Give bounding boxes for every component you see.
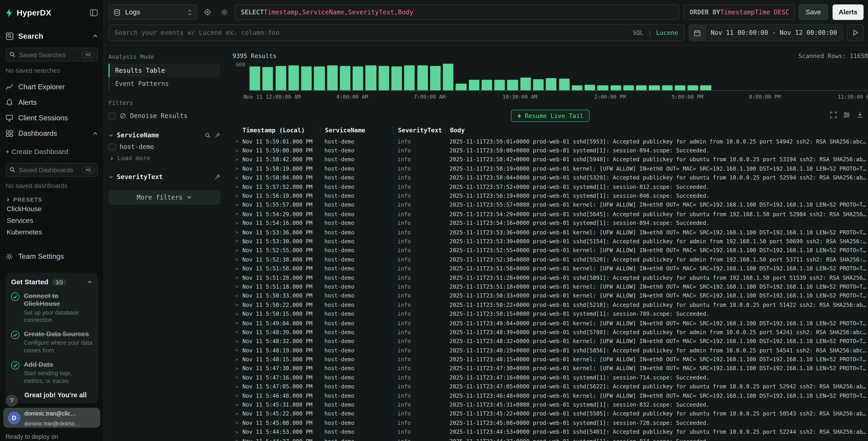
- get-started-item[interactable]: Add DataStart sending logs, metrics, or …: [11, 361, 92, 385]
- table-row[interactable]: >Nov 11 5:58:42.000 PMhost-demoinfo2025-…: [232, 155, 868, 164]
- col-header-body[interactable]: Body: [445, 127, 868, 134]
- checkbox[interactable]: [108, 143, 116, 151]
- table-row[interactable]: >Nov 11 5:45:31.000 PMhost-demoinfo2025-…: [232, 400, 868, 409]
- col-header-timestamp[interactable]: Timestamp (Local): [243, 127, 320, 134]
- create-dashboard-button[interactable]: + Create Dashboard: [5, 145, 98, 158]
- row-expand-icon[interactable]: >: [232, 238, 243, 244]
- denoise-results-checkbox[interactable]: Denoise Results: [108, 110, 220, 122]
- table-row[interactable]: >Nov 11 5:50:15.000 PMhost-demoinfo2025-…: [232, 309, 868, 319]
- row-expand-icon[interactable]: >: [232, 266, 243, 271]
- search-icon[interactable]: [205, 132, 211, 138]
- sidebar-item-preset[interactable]: Kubernetes: [5, 227, 98, 238]
- row-expand-icon[interactable]: >: [232, 166, 243, 171]
- saved-dashboards-input[interactable]: Saved Dashboards ⌘K: [5, 163, 98, 177]
- row-expand-icon[interactable]: >: [232, 211, 243, 217]
- table-row[interactable]: >Nov 11 5:52:55.000 PMhost-demoinfo2025-…: [232, 246, 868, 255]
- row-expand-icon[interactable]: >: [232, 275, 243, 280]
- row-expand-icon[interactable]: >: [232, 365, 243, 371]
- source-select[interactable]: Logs: [108, 4, 197, 20]
- row-expand-icon[interactable]: >: [232, 139, 243, 144]
- saved-searches-input[interactable]: Saved Searches ⌘K: [5, 48, 98, 61]
- row-expand-icon[interactable]: >: [232, 402, 243, 408]
- row-expand-icon[interactable]: >: [232, 284, 243, 289]
- resume-live-tail-button[interactable]: Resume Live Tail: [511, 110, 590, 122]
- column-settings-icon[interactable]: [843, 111, 850, 119]
- run-query-button[interactable]: [847, 24, 864, 41]
- row-expand-icon[interactable]: >: [232, 384, 243, 389]
- row-expand-icon[interactable]: >: [232, 339, 243, 344]
- row-expand-icon[interactable]: >: [232, 411, 243, 416]
- presets-header[interactable]: PRESETS: [5, 197, 98, 203]
- date-range-picker[interactable]: Nov 11 00:00:00 - Nov 12 00:00:00: [689, 24, 842, 41]
- row-expand-icon[interactable]: >: [232, 302, 243, 307]
- analysis-mode-event-patterns[interactable]: Event Patterns: [108, 77, 220, 90]
- table-row[interactable]: >Nov 11 5:48:15.000 PMhost-demoinfo2025-…: [232, 355, 868, 364]
- table-row[interactable]: >Nov 11 5:48:39.000 PMhost-demoinfo2025-…: [232, 328, 868, 337]
- get-started-item[interactable]: Create Data SourcesConfigure where your …: [11, 330, 92, 354]
- load-more-button[interactable]: Load more: [108, 153, 220, 163]
- table-row[interactable]: >Nov 11 5:50:22.000 PMhost-demoinfo2025-…: [232, 300, 868, 309]
- more-filters-button[interactable]: More filters: [108, 190, 220, 204]
- table-row[interactable]: >Nov 11 5:51:58.000 PMhost-demoinfo2025-…: [232, 264, 868, 273]
- table-row[interactable]: >Nov 11 5:45:08.000 PMhost-demoinfo2025-…: [232, 418, 868, 428]
- table-row[interactable]: >Nov 11 5:44:53.000 PMhost-demoinfo2025-…: [232, 427, 868, 436]
- expand-table-icon[interactable]: [830, 111, 837, 119]
- order-by-input[interactable]: ORDER BY TimestampTime DESC: [684, 4, 794, 20]
- table-row[interactable]: >Nov 11 5:58:19.000 PMhost-demoinfo2025-…: [232, 164, 868, 173]
- table-row[interactable]: >Nov 11 5:47:05.000 PMhost-demoinfo2025-…: [232, 382, 868, 391]
- table-row[interactable]: >Nov 11 5:45:22.000 PMhost-demoinfo2025-…: [232, 409, 868, 418]
- sidebar-item-preset[interactable]: Services: [5, 215, 98, 226]
- chevron-up-icon[interactable]: [92, 130, 98, 136]
- table-row[interactable]: >Nov 11 5:50:33.000 PMhost-demoinfo2025-…: [232, 291, 868, 300]
- download-icon[interactable]: [857, 111, 864, 119]
- table-row[interactable]: >Nov 11 5:55:57.000 PMhost-demoinfo2025-…: [232, 201, 868, 210]
- chevron-up-icon[interactable]: [92, 33, 98, 39]
- table-row[interactable]: >Nov 11 5:54:29.000 PMhost-demoinfo2025-…: [232, 210, 868, 219]
- row-expand-icon[interactable]: >: [232, 247, 243, 253]
- table-row[interactable]: >Nov 11 5:58:04.000 PMhost-demoinfo2025-…: [232, 173, 868, 182]
- table-row[interactable]: >Nov 11 5:53:36.000 PMhost-demoinfo2025-…: [232, 228, 868, 237]
- table-row[interactable]: >Nov 11 5:48:32.000 PMhost-demoinfo2025-…: [232, 337, 868, 346]
- table-row[interactable]: >Nov 11 5:53:30.000 PMhost-demoinfo2025-…: [232, 237, 868, 246]
- row-expand-icon[interactable]: >: [232, 320, 243, 326]
- table-row[interactable]: >Nov 11 5:46:48.000 PMhost-demoinfo2025-…: [232, 391, 868, 400]
- table-row[interactable]: >Nov 11 5:59:01.000 PMhost-demoinfo2025-…: [232, 137, 868, 146]
- sidebar-item-client-sessions[interactable]: Client Sessions: [5, 110, 98, 125]
- alerts-button[interactable]: Alerts: [833, 4, 863, 20]
- nav-search[interactable]: Search: [5, 29, 98, 43]
- chevron-up-icon[interactable]: [87, 279, 92, 285]
- row-expand-icon[interactable]: >: [232, 202, 243, 208]
- collapse-sidebar-icon[interactable]: [90, 9, 98, 17]
- row-expand-icon[interactable]: >: [232, 175, 243, 180]
- filter-group-severitytext[interactable]: SeverityText: [108, 171, 220, 182]
- sql-select-input[interactable]: SELECT Timestamp,ServiceName,SeverityTex…: [235, 4, 679, 20]
- table-row[interactable]: >Nov 11 5:47:30.000 PMhost-demoinfo2025-…: [232, 364, 868, 373]
- table-row[interactable]: >Nov 11 5:49:04.000 PMhost-demoinfo2025-…: [232, 319, 868, 328]
- row-expand-icon[interactable]: >: [232, 375, 243, 380]
- pin-icon[interactable]: [214, 174, 220, 180]
- row-expand-icon[interactable]: >: [232, 293, 243, 298]
- checkbox[interactable]: [108, 112, 116, 120]
- row-expand-icon[interactable]: >: [232, 193, 243, 199]
- row-expand-icon[interactable]: >: [232, 393, 243, 399]
- filter-group-servicename[interactable]: ServiceName: [108, 129, 220, 141]
- table-row[interactable]: >Nov 11 5:54:16.000 PMhost-demoinfo2025-…: [232, 219, 868, 228]
- table-row[interactable]: >Nov 11 5:57:52.000 PMhost-demoinfo2025-…: [232, 182, 868, 192]
- analysis-mode-results-table[interactable]: Results Table: [108, 64, 220, 77]
- row-expand-icon[interactable]: >: [232, 420, 243, 425]
- event-search-input[interactable]: Search your events w/ Lucene ex. column:…: [108, 24, 684, 41]
- sidebar-item-dashboards[interactable]: Dashboards: [5, 126, 98, 141]
- events-histogram[interactable]: 600: [232, 63, 868, 91]
- table-row[interactable]: >Nov 11 5:59:00.000 PMhost-demoinfo2025-…: [232, 146, 868, 155]
- table-row[interactable]: >Nov 11 5:52:38.000 PMhost-demoinfo2025-…: [232, 255, 868, 264]
- lang-toggle-sql[interactable]: SQL: [632, 29, 644, 36]
- table-row[interactable]: >Nov 11 5:48:19.000 PMhost-demoinfo2025-…: [232, 346, 868, 355]
- col-header-severitytext[interactable]: SeverityText: [393, 127, 445, 134]
- sidebar-item-chart-explorer[interactable]: Chart Explorer: [5, 79, 98, 94]
- query-settings-gear-button[interactable]: [218, 5, 230, 19]
- row-expand-icon[interactable]: >: [232, 148, 243, 153]
- help-button[interactable]: ?: [5, 394, 18, 407]
- histogram-plot[interactable]: [249, 63, 868, 91]
- table-row[interactable]: >Nov 11 5:44:37.000 PMhost-demoinfo2025-…: [232, 436, 868, 441]
- table-row[interactable]: >Nov 11 5:51:18.000 PMhost-demoinfo2025-…: [232, 282, 868, 291]
